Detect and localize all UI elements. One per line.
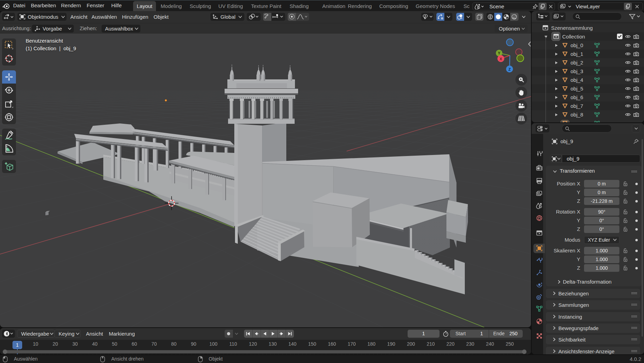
svg-text:Z: Z bbox=[508, 67, 511, 71]
svg-text:Y: Y bbox=[498, 51, 501, 55]
svg-text:X: X bbox=[499, 57, 502, 61]
